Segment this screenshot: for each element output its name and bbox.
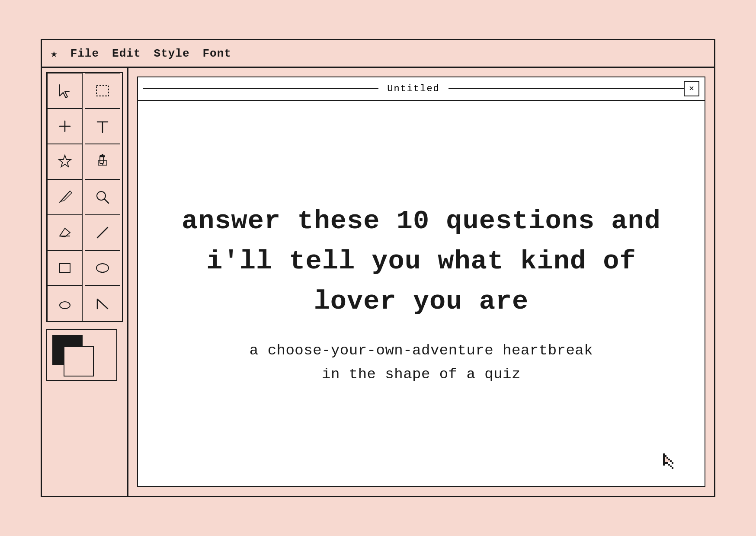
- line-tool[interactable]: [85, 215, 120, 250]
- svg-rect-35: [666, 462, 668, 464]
- svg-rect-33: [665, 462, 666, 464]
- title-line-right: [448, 88, 684, 89]
- document-title: Untitled: [378, 83, 448, 94]
- svg-rect-38: [670, 460, 672, 462]
- color-swatch[interactable]: [46, 329, 117, 381]
- svg-point-23: [96, 264, 109, 272]
- headline-line1: answer these 10 questions and: [182, 201, 661, 241]
- headline-text: answer these 10 questions and i'll tell …: [182, 201, 661, 322]
- background-color: [64, 346, 94, 376]
- pencil-tool[interactable]: [47, 179, 83, 215]
- marquee-tool[interactable]: [85, 73, 120, 108]
- svg-rect-27: [663, 457, 665, 459]
- svg-rect-28: [663, 459, 665, 460]
- menu-edit[interactable]: Edit: [112, 47, 141, 60]
- svg-rect-26: [663, 455, 665, 457]
- svg-rect-34: [666, 457, 668, 459]
- svg-rect-43: [665, 459, 666, 460]
- document-content: answer these 10 questions and i'll tell …: [138, 101, 705, 486]
- svg-rect-30: [663, 462, 665, 464]
- text-tool[interactable]: [85, 108, 120, 144]
- svg-line-18: [104, 199, 109, 203]
- svg-rect-31: [663, 464, 665, 466]
- document-title-bar: Untitled ×: [138, 77, 705, 101]
- arrow-tool[interactable]: [47, 73, 83, 108]
- toolbar: [42, 68, 128, 496]
- eraser-tool[interactable]: [47, 215, 83, 250]
- svg-rect-29: [663, 460, 665, 462]
- star-icon[interactable]: ★: [51, 47, 58, 61]
- paint-bucket-tool[interactable]: [85, 144, 120, 179]
- star-tool[interactable]: [47, 144, 83, 179]
- add-tool[interactable]: [47, 108, 83, 144]
- svg-rect-39: [670, 466, 672, 467]
- svg-rect-10: [100, 156, 105, 157]
- svg-rect-32: [665, 455, 666, 457]
- document-window: Untitled × answer these 10 questions and…: [137, 77, 705, 487]
- svg-rect-46: [666, 460, 668, 462]
- svg-rect-45: [666, 459, 668, 460]
- subtitle-text: a choose-your-own-adventure heartbreak i…: [250, 339, 593, 386]
- cursor-icon: [661, 453, 679, 473]
- headline-line2: i'll tell you what kind of: [182, 241, 661, 281]
- svg-rect-37: [668, 464, 670, 466]
- close-button[interactable]: ×: [684, 81, 699, 96]
- menu-font[interactable]: Font: [203, 47, 231, 60]
- svg-rect-42: [665, 457, 666, 459]
- menu-bar: ★ File Edit Style Font: [42, 40, 714, 68]
- svg-point-24: [60, 302, 70, 309]
- main-area: Untitled × answer these 10 questions and…: [42, 68, 714, 496]
- doc-area: Untitled × answer these 10 questions and…: [128, 68, 714, 496]
- svg-rect-22: [60, 264, 70, 272]
- headline-line3: lover you are: [182, 281, 661, 322]
- svg-rect-40: [672, 462, 673, 464]
- svg-rect-41: [672, 467, 673, 469]
- svg-line-21: [97, 227, 108, 238]
- subtitle-line1: a choose-your-own-adventure heartbreak: [250, 339, 593, 362]
- subtitle-line2: in the shape of a quiz: [250, 363, 593, 386]
- polygon-tool[interactable]: [85, 286, 120, 321]
- oval-tool[interactable]: [47, 286, 83, 321]
- svg-rect-44: [665, 460, 666, 462]
- ellipse-tool[interactable]: [85, 250, 120, 286]
- rectangle-tool[interactable]: [47, 250, 83, 286]
- svg-marker-5: [59, 155, 71, 167]
- menu-file[interactable]: File: [70, 47, 99, 60]
- menu-style[interactable]: Style: [154, 47, 190, 60]
- svg-rect-47: [668, 460, 670, 462]
- tool-grid: [46, 72, 123, 322]
- title-line-left: [143, 88, 378, 89]
- app-window: ★ File Edit Style Font: [41, 39, 715, 497]
- svg-rect-36: [668, 459, 670, 460]
- svg-rect-25: [663, 453, 665, 455]
- magnify-tool[interactable]: [85, 179, 120, 215]
- svg-rect-0: [96, 86, 109, 96]
- svg-marker-16: [61, 191, 72, 201]
